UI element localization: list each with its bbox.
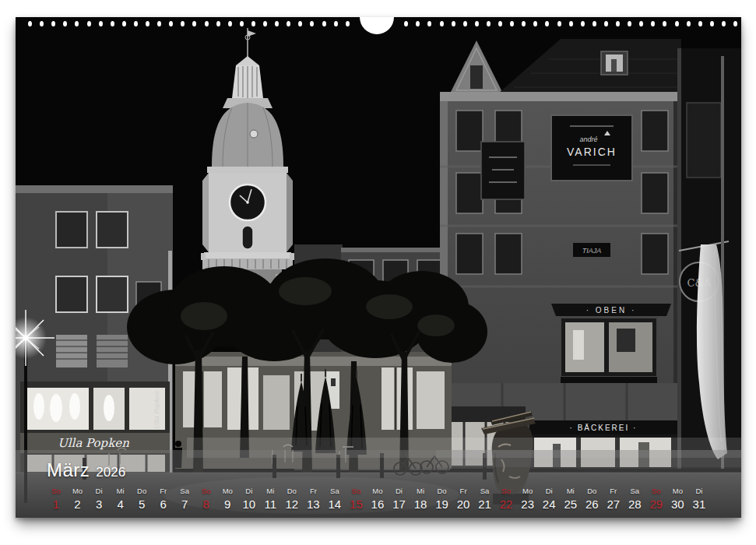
- binding-hole: [216, 21, 220, 26]
- binding-hole: [475, 21, 479, 26]
- binding-hole: [498, 21, 502, 26]
- tiaja-sign: TIAJA: [573, 243, 610, 257]
- binding-hole: [616, 21, 620, 26]
- binding-hole: [122, 21, 126, 26]
- binding-hole: [440, 21, 444, 26]
- calendar-band: März2026 So1Mo2Di3Mi4Do5Fr6Sa7So8Mo9Di10…: [16, 450, 741, 518]
- corner-building: C&A: [677, 48, 741, 469]
- svg-text:· OBEN ·: · OBEN ·: [586, 306, 637, 315]
- binding-hole: [322, 21, 326, 26]
- svg-text:TIAJA: TIAJA: [582, 247, 602, 255]
- svg-text:· BÄCKEREI ·: · BÄCKEREI ·: [570, 424, 638, 432]
- binding-hole: [146, 21, 149, 26]
- calendar-day: Di31: [687, 487, 712, 512]
- binding-hole: [687, 21, 691, 26]
- binding-hole: [134, 21, 138, 26]
- binding-hole: [99, 21, 103, 26]
- binding-hole: [228, 21, 232, 26]
- binding-hole: [710, 21, 714, 26]
- svg-text:andré: andré: [579, 135, 597, 143]
- binding-hole: [463, 21, 467, 26]
- calendar-sheet: Ulla Popken Ulla Popken: [16, 17, 741, 518]
- binding-hole: [569, 21, 573, 26]
- right-building: andré VARICH TIAJA · OBEN ·: [440, 39, 681, 469]
- calendar-title: März2026: [47, 459, 125, 481]
- binding-hole: [28, 21, 32, 26]
- binding-hole: [733, 21, 737, 26]
- binding-hole: [205, 21, 209, 26]
- roof-dormer-window: [601, 51, 628, 75]
- binding-hole: [334, 21, 338, 26]
- binding-hole: [675, 21, 679, 26]
- binding-hole: [487, 21, 491, 26]
- dome-oculus: [250, 130, 258, 138]
- binding-hole: [604, 21, 608, 26]
- varich-sign-window: andré VARICH: [551, 115, 632, 181]
- oben-bay: · OBEN ·: [551, 304, 671, 383]
- binding-hole: [251, 21, 255, 26]
- binding-hole: [87, 21, 91, 26]
- binding-hole: [452, 21, 455, 26]
- binding-hole: [722, 21, 726, 26]
- binding-hole: [346, 21, 350, 26]
- svg-text:VARICH: VARICH: [567, 146, 617, 158]
- binding-hole: [592, 21, 596, 26]
- weekday-label: Di: [687, 487, 712, 495]
- binding-hole: [111, 21, 114, 26]
- month-label: März: [47, 459, 90, 480]
- ulla-popken-corner-sign: Ulla Popken: [153, 391, 160, 430]
- binding-hole: [557, 21, 561, 26]
- date-number: 31: [687, 498, 712, 512]
- binding-hole: [698, 21, 702, 26]
- ulla-popken-sign: Ulla Popken: [58, 436, 129, 450]
- binding-hole: [581, 21, 585, 26]
- page-background: { "calendar": { "month": "März", "year":…: [0, 0, 756, 545]
- binding-hole: [263, 21, 267, 26]
- street-night-photo: Ulla Popken Ulla Popken: [16, 17, 741, 518]
- year-label: 2026: [96, 465, 125, 480]
- binding-hole: [240, 21, 244, 26]
